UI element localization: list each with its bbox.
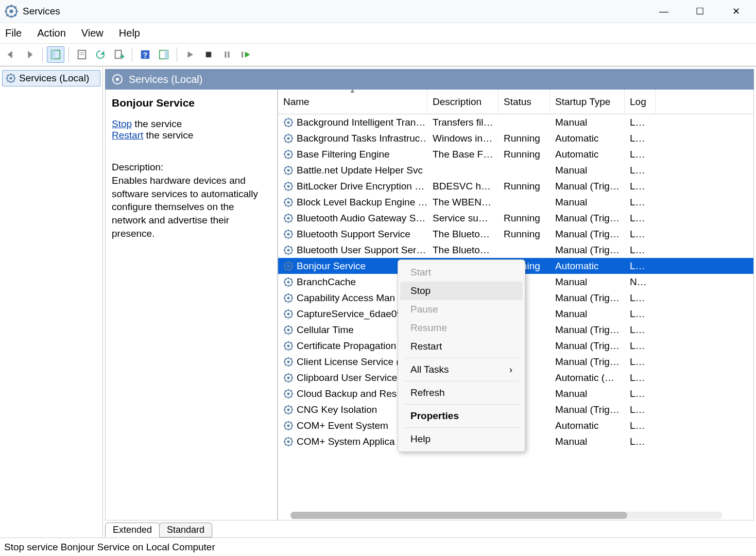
service-startup-type: Manual (Trig… xyxy=(550,181,625,192)
gear-icon xyxy=(283,309,294,319)
service-row[interactable]: Bluetooth Audio Gateway S…Service sup…Ru… xyxy=(278,210,753,226)
forward-button[interactable] xyxy=(21,46,38,63)
service-log-on-as: Netw xyxy=(625,276,656,288)
service-startup-type: Automatic xyxy=(550,133,625,144)
gear-icon xyxy=(6,73,16,83)
context-menu-item-help[interactable]: Help xyxy=(400,430,523,448)
service-name: Certificate Propagation xyxy=(297,340,396,352)
status-text: Stop service Bonjour Service on Local Co… xyxy=(4,542,215,553)
service-list: Name▲ Description Status Startup Type Lo… xyxy=(278,90,753,520)
service-startup-type: Manual (Trig… xyxy=(550,229,625,240)
show-hide-console-tree-button[interactable] xyxy=(47,46,64,63)
gear-icon xyxy=(283,277,294,287)
service-startup-type: Manual xyxy=(550,436,625,447)
context-menu-item-all-tasks[interactable]: All Tasks› xyxy=(400,360,523,379)
tree-item-label: Services (Local) xyxy=(19,73,89,84)
service-log-on-as: Loca xyxy=(625,292,656,304)
restart-service-link[interactable]: Restart xyxy=(112,130,143,141)
gear-icon xyxy=(283,389,294,399)
service-name: Bonjour Service xyxy=(297,260,366,272)
column-header-status[interactable]: Status xyxy=(499,90,550,114)
service-log-on-as: Loca xyxy=(625,420,656,431)
stop-service-button[interactable] xyxy=(200,46,217,63)
tab-extended[interactable]: Extended xyxy=(105,523,160,537)
start-service-button[interactable] xyxy=(181,46,199,63)
pause-service-button[interactable] xyxy=(218,46,236,63)
service-startup-type: Manual (Trig… xyxy=(550,404,625,415)
service-row[interactable]: Background Intelligent Tran…Transfers fi… xyxy=(278,114,753,130)
properties-button[interactable] xyxy=(73,46,91,63)
scrollbar-thumb[interactable] xyxy=(290,512,627,519)
maximize-button[interactable]: ☐ xyxy=(688,4,712,19)
context-menu-item-refresh[interactable]: Refresh xyxy=(400,384,523,402)
service-row[interactable]: Base Filtering EngineThe Base Fil…Runnin… xyxy=(278,146,753,162)
refresh-button[interactable] xyxy=(92,46,109,63)
service-name: BitLocker Drive Encryption … xyxy=(297,181,424,192)
service-log-on-as: Loca xyxy=(625,372,656,384)
statusbar: Stop service Bonjour Service on Local Co… xyxy=(0,537,756,556)
column-header-description[interactable]: Description xyxy=(427,90,499,114)
service-description: Service sup… xyxy=(427,213,499,224)
titlebar: Services — ☐ ✕ xyxy=(0,0,756,23)
help-button[interactable]: ? xyxy=(136,46,154,63)
services-icon xyxy=(4,4,19,19)
export-list-button[interactable] xyxy=(110,46,128,63)
close-button[interactable]: ✕ xyxy=(724,4,748,19)
service-name: Clipboard User Service xyxy=(297,372,397,384)
service-log-on-as: Loca xyxy=(625,404,656,415)
context-menu-item-start: Start xyxy=(400,263,523,282)
context-menu-item-stop[interactable]: Stop xyxy=(400,282,523,300)
gear-icon xyxy=(283,357,294,367)
context-menu-item-restart[interactable]: Restart xyxy=(400,337,523,356)
tree-item-services-local[interactable]: Services (Local) xyxy=(2,70,100,86)
toolbar: ? xyxy=(0,44,756,66)
gear-icon xyxy=(283,261,294,271)
service-startup-type: Manual (Trig… xyxy=(550,213,625,224)
gear-icon xyxy=(111,73,124,85)
gear-icon xyxy=(283,165,294,176)
context-menu-item-properties[interactable]: Properties xyxy=(400,407,523,425)
service-name: COM+ System Applica xyxy=(297,436,395,447)
service-row[interactable]: Block Level Backup Engine …The WBENG…Man… xyxy=(278,194,753,210)
service-row[interactable]: Bluetooth Support ServiceThe Bluetoo…Run… xyxy=(278,226,753,242)
service-startup-type: Manual (Trig… xyxy=(550,340,625,352)
column-header-name[interactable]: Name▲ xyxy=(278,90,427,114)
back-button[interactable] xyxy=(2,46,20,63)
service-name: BranchCache xyxy=(297,276,356,288)
service-row[interactable]: Background Tasks Infrastruc…Windows in…R… xyxy=(278,130,753,146)
svg-rect-15 xyxy=(115,50,122,59)
service-startup-type: Manual xyxy=(550,388,625,399)
restart-service-line: Restart the service xyxy=(112,130,271,141)
horizontal-scrollbar[interactable] xyxy=(290,512,723,519)
gear-icon xyxy=(283,325,294,335)
service-row[interactable]: Bluetooth User Support Ser…The Bluetoo…M… xyxy=(278,242,753,258)
gear-icon xyxy=(283,213,294,223)
gear-icon xyxy=(283,405,294,415)
menu-help[interactable]: Help xyxy=(119,27,140,39)
service-startup-type: Manual xyxy=(550,276,625,288)
service-status: Running xyxy=(499,229,550,240)
menu-view[interactable]: View xyxy=(81,27,104,39)
menu-file[interactable]: File xyxy=(5,27,22,39)
service-description: The WBENG… xyxy=(427,197,499,208)
service-name: Bluetooth Support Service xyxy=(297,229,410,240)
column-header-log-on-as[interactable]: Log xyxy=(625,90,656,114)
restart-service-button[interactable] xyxy=(237,46,254,63)
stop-service-link[interactable]: Stop xyxy=(112,118,132,129)
service-name: Background Tasks Infrastruc… xyxy=(297,133,427,144)
gear-icon xyxy=(283,229,294,239)
service-log-on-as: Loca xyxy=(625,340,656,352)
service-startup-type: Manual (Trig… xyxy=(550,356,625,368)
service-status: Running xyxy=(499,133,550,144)
context-menu-separator xyxy=(404,358,519,358)
menu-action[interactable]: Action xyxy=(37,27,66,39)
minimize-button[interactable]: — xyxy=(652,4,676,19)
service-row[interactable]: Battle.net Update Helper SvcManualLoca xyxy=(278,162,753,178)
tab-standard[interactable]: Standard xyxy=(159,523,212,537)
service-startup-type: Automatic xyxy=(550,260,625,272)
detail-title: Bonjour Service xyxy=(112,97,271,109)
show-hide-action-pane-button[interactable] xyxy=(155,46,173,63)
gear-icon xyxy=(283,421,294,431)
column-header-startup-type[interactable]: Startup Type xyxy=(550,90,625,114)
service-row[interactable]: BitLocker Drive Encryption …BDESVC hos…R… xyxy=(278,178,753,194)
